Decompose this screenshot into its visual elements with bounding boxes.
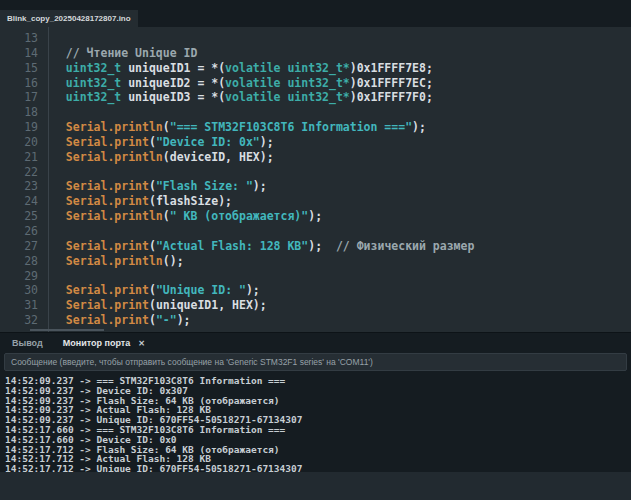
line-number: 23 (0, 179, 38, 194)
code-line: 17 uint32_t uniqueID3 = *(volatile uint3… (0, 90, 631, 105)
code-line: 18 (0, 105, 631, 120)
code-line: 16 uint32_t uniqueID2 = *(volatile uint3… (0, 76, 631, 91)
panel-bottom-strip (0, 472, 631, 500)
bottom-panel: Вывод Монитор порта ✕ 14:52:09.237 -> ==… (0, 332, 631, 500)
line-number: 24 (0, 194, 38, 209)
code-line: 29 (0, 269, 631, 284)
line-number: 14 (0, 46, 38, 61)
line-number: 22 (0, 165, 38, 180)
line-number: 31 (0, 298, 38, 313)
code-line: 26 (0, 224, 631, 239)
line-number: 18 (0, 105, 38, 120)
code-line: 31 Serial.print(uniqueID1, HEX); (0, 298, 631, 313)
line-number: 15 (0, 61, 38, 76)
code-line: 21 Serial.println(deviceID, HEX); (0, 150, 631, 165)
close-icon[interactable]: ✕ (138, 339, 145, 348)
tab-output-label: Вывод (12, 338, 43, 348)
line-number: 28 (0, 254, 38, 269)
code-area: 1314 // Чтение Unique ID15 uint32_t uniq… (0, 31, 631, 328)
code-line: 23 Serial.print("Flash Size: "); (0, 179, 631, 194)
file-tab[interactable]: Blink_copy_20250428172807.ino (0, 10, 138, 27)
line-number: 27 (0, 239, 38, 254)
code-line: 25 Serial.println(" KB (отображается)"); (0, 209, 631, 224)
panel-tabbar: Вывод Монитор порта ✕ (0, 335, 631, 351)
line-number: 25 (0, 209, 38, 224)
line-number: 20 (0, 135, 38, 150)
editor-horizontal-scrollbar[interactable] (30, 329, 104, 331)
code-line: 22 (0, 165, 631, 180)
file-tab-label: Blink_copy_20250428172807.ino (7, 14, 131, 23)
tab-serial-monitor[interactable]: Монитор порта ✕ (63, 338, 145, 348)
line-number: 30 (0, 283, 38, 298)
editor-tabbar: Blink_copy_20250428172807.ino (0, 0, 631, 27)
line-number: 21 (0, 150, 38, 165)
tab-output[interactable]: Вывод (12, 338, 43, 348)
tab-serial-monitor-label: Монитор порта (63, 338, 130, 348)
code-line: 15 uint32_t uniqueID1 = *(volatile uint3… (0, 61, 631, 76)
line-number: 19 (0, 120, 38, 135)
gutter-divider (48, 27, 49, 332)
serial-output[interactable]: 14:52:09.237 -> === STM32F103C8T6 Inform… (0, 374, 631, 474)
code-line: 27 Serial.print("Actual Flash: 128 KB");… (0, 239, 631, 254)
line-number: 17 (0, 90, 38, 105)
line-number: 32 (0, 313, 38, 328)
code-line: 28 Serial.println(); (0, 254, 631, 269)
code-line: 14 // Чтение Unique ID (0, 46, 631, 61)
line-number: 26 (0, 224, 38, 239)
code-line: 30 Serial.print("Unique ID: "); (0, 283, 631, 298)
line-number: 13 (0, 31, 38, 46)
code-line: 32 Serial.print("-"); (0, 313, 631, 328)
code-editor[interactable]: 1314 // Чтение Unique ID15 uint32_t uniq… (0, 27, 631, 332)
line-number: 29 (0, 269, 38, 284)
code-line: 13 (0, 31, 631, 46)
code-line: 24 Serial.print(flashSize); (0, 194, 631, 209)
code-line: 20 Serial.print("Device ID: 0x"); (0, 135, 631, 150)
code-line: 19 Serial.println("=== STM32F103C8T6 Inf… (0, 120, 631, 135)
serial-message-input[interactable] (4, 353, 627, 371)
line-number: 16 (0, 76, 38, 91)
